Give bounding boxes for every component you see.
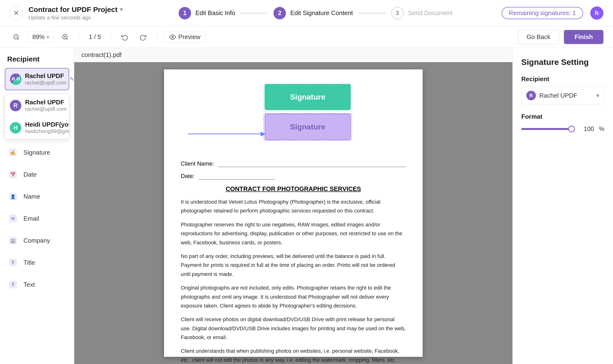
svg-text:🏢: 🏢 (10, 238, 16, 243)
svg-point-7 (172, 36, 173, 38)
chevron-icon[interactable]: ▾ (120, 6, 123, 13)
company-icon: 🏢 (7, 235, 19, 246)
format-label: Format (521, 113, 604, 120)
sidebar-label-text: Text (24, 281, 35, 288)
name-icon: 👤 (7, 191, 19, 202)
sidebar-item-title[interactable]: T Title (0, 251, 74, 273)
slider-fill (521, 128, 575, 130)
toolbar-sep-3 (157, 32, 157, 42)
arrow-head (261, 132, 265, 136)
toolbar-sep-2 (111, 32, 111, 42)
zoom-in-button[interactable] (58, 32, 72, 42)
dropdown-item-heidi[interactable]: H Heidi UPDF(you) heidizhong99@gmail.com (5, 117, 69, 139)
recipient-card-active[interactable]: R H Rachel UPDF rachel@updf.com ✎ (5, 68, 69, 90)
arrow-line (188, 133, 265, 134)
panel-recipient-name: Rachel UPDF (539, 92, 577, 99)
pdf-para-1: Photographer reserves the right to use n… (181, 220, 406, 247)
step-2-circle: 2 (273, 7, 286, 19)
dropdown-email-heidi: heidizhong99@gmail.com (25, 128, 69, 134)
avatar-heidi: H (10, 122, 21, 133)
toolbar-sep-1 (79, 32, 79, 42)
dropdown-item-rachel[interactable]: R Rachel UPDF rachel@updf.com (5, 94, 69, 117)
recipient-dropdown: R Rachel UPDF rachel@updf.com H Heidi UP… (5, 94, 69, 139)
step-connector-2 (358, 13, 386, 13)
pdf-content: Client Name: Date: CONTRACT FOR PHOTOGRA… (181, 160, 406, 364)
sidebar-item-email[interactable]: ✉ Email (0, 208, 74, 230)
top-bar: ✕ Contract for UPDF Project ▾ Update a f… (0, 0, 613, 26)
panel-chevron-icon: ▾ (596, 92, 599, 99)
slider-unit: % (599, 125, 604, 133)
svg-line-1 (17, 38, 19, 39)
zoom-display[interactable]: 89% ▾ (28, 32, 54, 42)
pdf-para-4: Client will receive photos on digital do… (181, 315, 406, 342)
doc-subtitle: Update a few seconds ago (28, 15, 123, 21)
slider-track[interactable] (521, 128, 575, 130)
sidebar-item-name[interactable]: 👤 Name (0, 185, 74, 208)
recipient-avatar-rh: R H (10, 74, 22, 85)
sidebar-label-signature: Signature (24, 149, 50, 156)
close-icon: ✕ (13, 9, 19, 17)
sidebar-label-date: Date (24, 171, 37, 178)
contract-title: CONTRACT FOR PHOTOGRAPHIC SERVICES (181, 185, 406, 193)
zoom-out-button[interactable] (10, 32, 23, 42)
top-bar-right: Remaining signatures: 1 h (502, 6, 603, 20)
recipient-email: rachel@updf.com (25, 80, 66, 86)
pdf-para-3: Original photographs are not included, o… (181, 283, 406, 310)
sidebar-item-text[interactable]: T Text (0, 273, 74, 296)
pdf-para-2: No part of any order, including previews… (181, 252, 406, 279)
panel-recipient-select[interactable]: R Rachel UPDF ▾ (521, 87, 604, 104)
client-name-underline (218, 161, 406, 167)
redo-button[interactable] (136, 32, 150, 42)
pdf-para-5: Client understands that when publishing … (181, 347, 406, 364)
signature-border-purple (263, 113, 352, 141)
avatar-rachel: R (10, 100, 21, 111)
page-display: 1 / 5 (86, 33, 104, 41)
sidebar-recipient-title: Recipient (0, 55, 74, 68)
recipient-selector: R H Rachel UPDF rachel@updf.com ✎ (5, 68, 69, 90)
svg-text:T: T (12, 260, 14, 265)
svg-text:👤: 👤 (10, 194, 16, 199)
step-1-label: Edit Basic Info (195, 9, 235, 17)
panel-title: Signature Setting (521, 57, 604, 67)
zoom-chevron-icon: ▾ (47, 34, 49, 40)
main-layout: Recipient R H Rachel UPDF rachel@updf.co… (0, 48, 613, 364)
step-connector-1 (240, 13, 269, 13)
dropdown-name-rachel: Rachel UPDF (25, 99, 67, 106)
pdf-filename: contract(1).pdf (74, 48, 512, 62)
svg-text:📅: 📅 (10, 172, 16, 177)
date-icon: 📅 (7, 169, 19, 180)
go-back-button[interactable]: Go Back (518, 30, 559, 44)
sidebar-label-email: Email (24, 215, 39, 222)
close-button[interactable]: ✕ (10, 6, 23, 20)
panel-recipient-avatar: R (526, 91, 536, 100)
dropdown-name-heidi: Heidi UPDF(you) (25, 121, 69, 128)
date-field: Date: (181, 173, 406, 180)
pdf-page: Signature Signature Client Name: Date: (164, 69, 423, 357)
step-2-label: Edit Signature Content (290, 9, 353, 17)
signature-border-green (263, 84, 352, 111)
step-1-circle: 1 (179, 7, 191, 19)
sidebar-label-title: Title (24, 259, 35, 266)
finish-button[interactable]: Finish (564, 30, 603, 44)
slider-thumb[interactable] (568, 126, 575, 132)
toolbar: 89% ▾ 1 / 5 Preview Go Back Finish (0, 26, 613, 48)
slider-container: 100 % (521, 125, 604, 133)
sidebar-item-company[interactable]: 🏢 Company (0, 230, 74, 251)
user-avatar[interactable]: h (590, 6, 603, 20)
slider-value: 100 (580, 125, 594, 133)
remaining-badge: Remaining signatures: 1 (502, 7, 583, 19)
dropdown-email-rachel: rachel@updf.com (25, 106, 67, 112)
step-1[interactable]: 1 Edit Basic Info (179, 7, 235, 19)
dropdown-info-rachel: Rachel UPDF rachel@updf.com (25, 99, 67, 112)
pdf-para-0: It is understood that Velvet Lotus Photo… (181, 197, 406, 215)
right-panel: Signature Setting Recipient R Rachel UPD… (512, 48, 613, 364)
undo-button[interactable] (118, 32, 132, 42)
text-icon: T (7, 279, 19, 290)
sidebar-item-signature[interactable]: ✍ Signature (0, 142, 74, 163)
panel-recipient-label: Recipient (521, 75, 604, 83)
step-3[interactable]: 3 Send Document (391, 7, 453, 19)
sidebar-label-name: Name (24, 193, 40, 200)
preview-button[interactable]: Preview (164, 31, 205, 43)
step-2[interactable]: 2 Edit Signature Content (273, 7, 353, 19)
sidebar-item-date[interactable]: 📅 Date (0, 163, 74, 185)
